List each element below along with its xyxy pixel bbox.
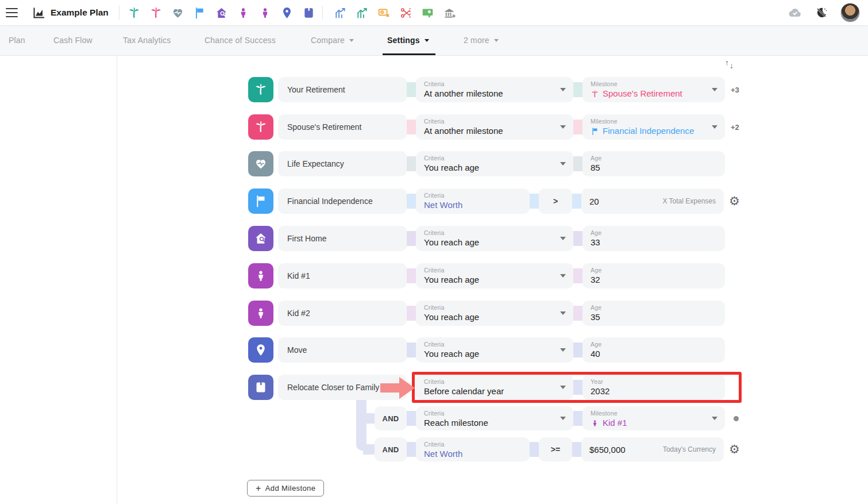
- criteria-select[interactable]: Criteria Net Worth: [416, 188, 530, 214]
- person-icon[interactable]: [248, 263, 273, 288]
- person-icon[interactable]: [248, 301, 273, 326]
- connector: [573, 82, 582, 97]
- milestone-name[interactable]: Life Expectancy: [278, 151, 407, 176]
- house-search-icon[interactable]: [215, 6, 228, 20]
- tab-compare[interactable]: Compare: [311, 25, 354, 55]
- comparator-select[interactable]: >: [539, 188, 572, 214]
- unit-suffix: Today's Currency: [663, 445, 716, 453]
- active-tab-indicator: [383, 53, 435, 55]
- connector: [573, 156, 582, 171]
- criteria-select[interactable]: Criteria You reach age: [416, 337, 573, 363]
- connector: [572, 442, 581, 457]
- criteria-select[interactable]: Criteria At another milestone: [416, 114, 573, 140]
- tab-settings[interactable]: Settings: [387, 25, 429, 55]
- toolbar-divider: [322, 6, 323, 20]
- connector: [530, 194, 539, 209]
- criteria-select[interactable]: Criteria Before calendar year: [416, 375, 573, 400]
- age-field[interactable]: Age 33: [582, 226, 725, 251]
- milestone-row: Your Retirement Criteria At another mile…: [248, 77, 739, 102]
- house-search-icon[interactable]: [248, 226, 273, 251]
- chevron-down-icon: [560, 417, 566, 420]
- connector: [407, 442, 416, 457]
- criteria-select[interactable]: Criteria You reach age: [416, 151, 573, 176]
- connector: [572, 194, 581, 209]
- add-milestone-button[interactable]: + Add Milestone: [247, 480, 324, 497]
- sort-arrows-icon[interactable]: ↑↓: [724, 58, 739, 73]
- criteria-select[interactable]: Criteria At another milestone: [416, 77, 573, 102]
- drag-dot-icon[interactable]: [734, 416, 739, 421]
- milestone-name[interactable]: Financial Independence: [278, 188, 407, 214]
- milestone-name[interactable]: Kid #1: [278, 263, 407, 288]
- palm-icon[interactable]: [128, 6, 141, 20]
- milestone-name[interactable]: Spouse's Retirement: [278, 114, 407, 140]
- milestone-name[interactable]: First Home: [278, 226, 407, 251]
- year-field[interactable]: Year 2032: [582, 375, 725, 400]
- milestone-select[interactable]: Milestone Financial Independence: [582, 114, 725, 140]
- certificate-icon[interactable]: [421, 6, 434, 20]
- tab-chance-of-success[interactable]: Chance of Success: [205, 25, 276, 55]
- bank-plus-icon[interactable]: [443, 6, 456, 20]
- connector: [573, 231, 582, 246]
- flag-icon[interactable]: [193, 6, 206, 20]
- linked-count-badge: +3: [731, 86, 739, 94]
- value-field[interactable]: 20 X Total Expenses: [581, 188, 724, 214]
- milestone-row: Spouse's Retirement Criteria At another …: [248, 114, 739, 140]
- milestone-row-highlighted: Relocate Closer to Family Criteria Befor…: [248, 375, 725, 400]
- connector: [407, 411, 416, 426]
- connector: [407, 156, 416, 171]
- criteria-select[interactable]: Criteria You reach age: [416, 226, 573, 251]
- person-icon[interactable]: [259, 6, 272, 20]
- chart-trend-icon[interactable]: [356, 6, 369, 20]
- palm-icon[interactable]: [149, 6, 163, 20]
- tab-more[interactable]: 2 more: [464, 25, 499, 55]
- dark-mode-toggle-icon[interactable]: [815, 6, 828, 19]
- milestone-select[interactable]: Milestone Kid #1: [582, 406, 725, 430]
- age-field[interactable]: Age 35: [582, 301, 725, 326]
- chevron-down-icon: [560, 162, 566, 166]
- age-field[interactable]: Age 40: [582, 337, 725, 363]
- heart-pulse-icon[interactable]: [248, 151, 273, 176]
- chevron-down-icon: [712, 417, 717, 420]
- chart-trend-icon[interactable]: [334, 6, 347, 20]
- milestone-name[interactable]: Kid #2: [278, 301, 407, 326]
- connector: [407, 82, 416, 97]
- and-operator-chip: AND: [375, 437, 407, 461]
- value-field[interactable]: $650,000 Today's Currency: [581, 437, 724, 461]
- criteria-select[interactable]: Criteria You reach age: [416, 263, 573, 288]
- condition-tree-connector: [366, 413, 375, 424]
- palm-icon[interactable]: [248, 77, 273, 102]
- criteria-select[interactable]: Criteria Net Worth: [416, 437, 530, 461]
- tab-plan[interactable]: Plan: [9, 25, 25, 55]
- comparator-select[interactable]: >=: [539, 437, 572, 461]
- menu-icon[interactable]: [6, 8, 18, 17]
- milestone-name[interactable]: Move: [278, 337, 407, 363]
- age-field[interactable]: Age 85: [582, 151, 725, 176]
- user-avatar[interactable]: [840, 3, 860, 22]
- chevron-down-icon: [560, 386, 566, 389]
- age-field[interactable]: Age 32: [582, 263, 725, 288]
- palm-icon[interactable]: [248, 114, 273, 140]
- criteria-select[interactable]: Criteria You reach age: [416, 301, 573, 326]
- connector: [407, 343, 416, 357]
- tab-cash-flow[interactable]: Cash Flow: [53, 25, 92, 55]
- pin-icon[interactable]: [280, 6, 294, 20]
- flag-icon[interactable]: [248, 188, 273, 214]
- criteria-select[interactable]: Criteria Reach milestone: [416, 406, 573, 430]
- scissors-icon[interactable]: [399, 6, 412, 20]
- connector: [573, 343, 582, 357]
- card-x-icon[interactable]: [377, 6, 391, 20]
- person-icon[interactable]: [237, 6, 250, 20]
- pin-icon[interactable]: [248, 337, 273, 363]
- chevron-down-icon: [712, 125, 717, 129]
- gear-icon[interactable]: ⚙: [729, 195, 740, 207]
- milestone-name[interactable]: Your Retirement: [278, 77, 407, 102]
- condition-tree-connector: [363, 444, 375, 455]
- box-icon[interactable]: [302, 6, 315, 20]
- event-icon-strip: [334, 0, 456, 25]
- milestone-select[interactable]: Milestone Spouse's Retirement: [582, 77, 725, 102]
- heart-pulse-icon[interactable]: [171, 6, 184, 20]
- box-icon[interactable]: [248, 375, 273, 400]
- milestone-icon-strip: [128, 0, 315, 25]
- gear-icon[interactable]: ⚙: [729, 444, 740, 456]
- tab-tax-analytics[interactable]: Tax Analytics: [123, 25, 171, 55]
